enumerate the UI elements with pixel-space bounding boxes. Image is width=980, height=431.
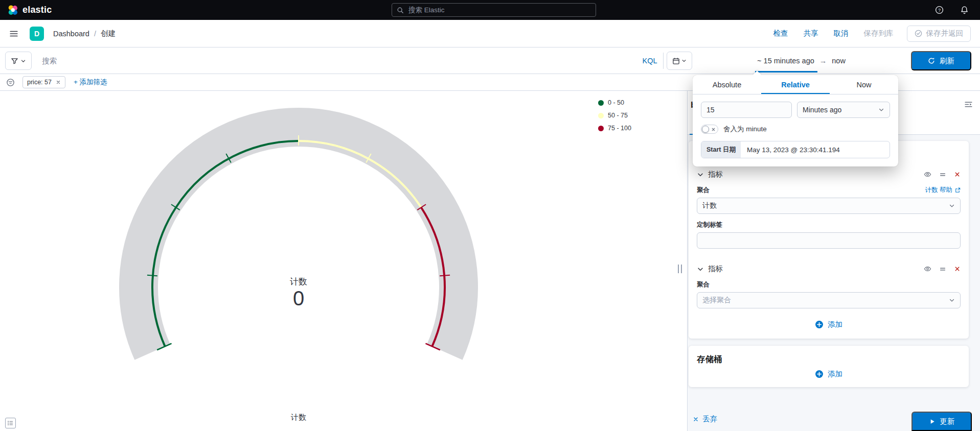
legend-toggle-button[interactable]: [5, 418, 16, 428]
query-bar: KQL ~ 15 minutes ago → now 刷新: [0, 47, 980, 74]
filter-pill[interactable]: price: 57: [22, 76, 65, 88]
querybar-divider: [663, 53, 664, 69]
gauge-legend: 0 - 50 50 - 75 75 - 100: [598, 99, 631, 132]
relative-unit-select[interactable]: Minutes ago: [797, 102, 890, 118]
gauge-metric-value: 0: [247, 287, 350, 309]
drag-handle-icon[interactable]: [939, 171, 946, 178]
app-navbar: D Dashboard / 创建 检查 共享 取消 保存到库 保存并返回: [0, 20, 980, 47]
delete-icon[interactable]: [954, 171, 961, 178]
date-range-start-button[interactable]: ~ 15 minutes ago: [757, 57, 814, 65]
start-date-control[interactable]: Start 日期 May 13, 2023 @ 23:30:41.194: [701, 141, 890, 158]
tab-absolute[interactable]: Absolute: [693, 75, 761, 94]
add-filter-button[interactable]: + 添加筛选: [74, 78, 107, 87]
aggregation-help-link[interactable]: 计数 帮助: [925, 186, 961, 195]
svg-text:?: ?: [938, 8, 941, 13]
saved-query-icon: [11, 57, 18, 65]
legend-swatch-yellow: [598, 113, 604, 118]
cancel-button[interactable]: 取消: [834, 29, 849, 38]
tab-now[interactable]: Now: [830, 75, 898, 94]
header-right-icons: ?: [935, 0, 969, 20]
inspect-button[interactable]: 检查: [773, 29, 788, 38]
chevron-down-icon: [878, 107, 884, 113]
save-and-return-button[interactable]: 保存并返回: [907, 26, 971, 42]
legend-item[interactable]: 75 - 100: [598, 125, 631, 132]
relative-amount-input[interactable]: [701, 102, 792, 118]
share-button[interactable]: 共享: [804, 29, 818, 38]
update-button[interactable]: 更新: [911, 412, 972, 431]
chevron-down-icon: [949, 297, 955, 303]
check-circle-icon: [915, 30, 922, 37]
editor-body: 指标 指标 聚合: [688, 135, 980, 408]
space-avatar[interactable]: D: [30, 27, 44, 41]
add-metric-button[interactable]: 添加: [815, 320, 842, 329]
save-to-library-button[interactable]: 保存到库: [864, 29, 894, 38]
aggregation-select[interactable]: 计数: [697, 198, 961, 214]
round-toggle[interactable]: [701, 125, 718, 134]
add-bucket-button[interactable]: 添加: [815, 369, 842, 379]
legend-swatch-green: [598, 100, 604, 106]
plus-in-circle-icon: [815, 320, 824, 329]
close-icon[interactable]: [56, 80, 61, 85]
gauge-axis-label: 计数: [247, 413, 350, 422]
saved-query-menu-button[interactable]: [5, 52, 32, 70]
global-search-input[interactable]: [407, 6, 591, 14]
list-icon: [7, 420, 14, 426]
date-range-picker: ~ 15 minutes ago → now: [695, 47, 907, 74]
refresh-icon: [928, 57, 935, 64]
alerts-icon[interactable]: [960, 6, 969, 14]
logo-wordmark: elastic: [22, 5, 52, 15]
custom-label-input[interactable]: [697, 232, 961, 249]
legend-item[interactable]: 0 - 50: [598, 99, 631, 106]
aggregation-label: 聚合: [697, 186, 710, 195]
gauge-chart: [0, 91, 687, 431]
menu-icon[interactable]: [6, 26, 21, 41]
delete-icon[interactable]: [954, 266, 961, 272]
gauge-metric-label: 计数: [247, 276, 350, 288]
tab-relative[interactable]: Relative: [761, 75, 830, 94]
kql-popover-button[interactable]: KQL: [638, 47, 662, 74]
metrics-panel: 指标 指标 聚合: [689, 141, 969, 339]
filter-options-icon[interactable]: [6, 78, 15, 87]
drag-handle-icon[interactable]: [939, 266, 946, 273]
elastic-logo-icon: [7, 5, 18, 16]
plus-in-circle-icon: [815, 370, 824, 378]
chevron-down-icon: [20, 58, 26, 64]
quick-select-date-button[interactable]: [667, 52, 692, 70]
panel-resize-handle[interactable]: [678, 265, 682, 273]
breadcrumb-dashboard[interactable]: Dashboard: [53, 30, 89, 38]
close-icon: [693, 416, 699, 422]
buckets-panel-title: 存储桶: [697, 354, 961, 365]
chevron-down-icon: [697, 171, 704, 178]
eye-icon[interactable]: [924, 171, 931, 178]
play-icon: [929, 418, 936, 425]
discard-button[interactable]: 丢弃: [693, 414, 717, 424]
date-range-end-button[interactable]: now: [832, 57, 846, 65]
calendar-icon: [672, 57, 680, 65]
collapse-panel-icon[interactable]: [964, 100, 973, 109]
breadcrumb: Dashboard / 创建: [53, 29, 116, 38]
aggregation-select-empty[interactable]: 选择聚合: [697, 292, 961, 308]
start-date-prepend: Start 日期: [701, 141, 741, 158]
active-date-underline: [755, 71, 817, 73]
round-toggle-label: 舍入为 minute: [723, 125, 767, 134]
metric-accordion-2[interactable]: 指标: [697, 264, 961, 274]
legend-item[interactable]: 50 - 75: [598, 112, 631, 119]
refresh-button[interactable]: 刷新: [911, 51, 971, 70]
global-search[interactable]: [392, 3, 596, 17]
query-input[interactable]: [41, 52, 629, 70]
aggregation-label: 聚合: [697, 280, 710, 289]
global-header: elastic ?: [0, 0, 980, 20]
date-arrow: →: [819, 57, 827, 65]
metric-accordion-1[interactable]: 指标: [697, 170, 961, 179]
legend-swatch-red: [598, 126, 604, 131]
date-popup-tabs: Absolute Relative Now: [693, 75, 898, 94]
start-date-value: May 13, 2023 @ 23:30:41.194: [741, 146, 846, 154]
breadcrumb-create: 创建: [101, 29, 116, 38]
gauge-visualization: 0 - 50 50 - 75 75 - 100 计数 0 计数: [0, 91, 687, 431]
toggle-knob: [702, 126, 709, 133]
chevron-down-icon: [697, 266, 704, 273]
eye-icon[interactable]: [924, 265, 931, 273]
chevron-down-icon: [681, 58, 687, 63]
help-icon[interactable]: ?: [935, 6, 944, 14]
elastic-logo[interactable]: elastic: [7, 0, 52, 20]
